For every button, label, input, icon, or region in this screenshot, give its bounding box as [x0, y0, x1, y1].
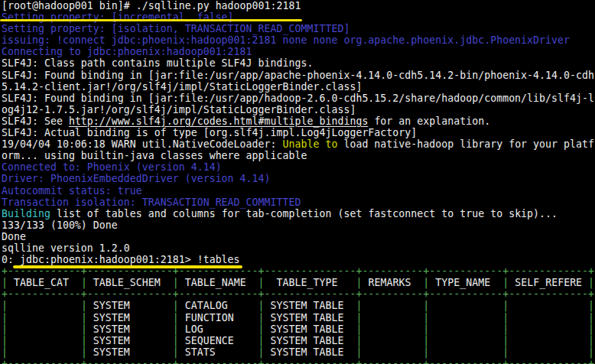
terminal-text-segment: |: [258, 323, 265, 335]
terminal-text-segment: Connecting to jdbc:phoenix:hadoop001:218…: [2, 46, 252, 57]
terminal-text-segment: |: [81, 335, 87, 346]
terminal-text-segment: |: [258, 300, 265, 311]
terminal-line: SLF4J: See http://www.slf4j.org/codes.ht…: [0, 115, 595, 127]
terminal-text-segment: TYPE_NAME: [429, 277, 502, 288]
terminal-text-segment: |: [588, 346, 594, 358]
terminal-screen[interactable]: [root@hadoop001 bin]# ./sqlline.py hadoo…: [0, 0, 595, 364]
terminal-line: Driver: PhoenixEmbeddedDriver (version 4…: [0, 173, 595, 184]
terminal-text-segment: SEQUENCE: [179, 335, 258, 346]
terminal-text-segment: SYSTEM TABLE: [265, 335, 356, 346]
terminal-line: SLF4J: Actual binding is of type [org.sl…: [0, 127, 595, 138]
terminal-text-segment: [509, 323, 588, 335]
terminal-text-segment: 133/133 (100%) Done: [2, 219, 118, 231]
terminal-line: issuing: !connect jdbc:phoenix:hadoop001…: [0, 34, 595, 46]
terminal-text-segment: [509, 335, 588, 346]
terminal-text-segment: |: [588, 323, 594, 335]
terminal-text-segment: |: [588, 335, 594, 346]
terminal-text-segment: [429, 346, 502, 358]
terminal-line: +------------+--------------+-----------…: [0, 358, 595, 364]
terminal-line: Autocommit status: true: [0, 185, 595, 197]
terminal-text-segment: |: [588, 277, 594, 288]
terminal-text-segment: [429, 335, 502, 346]
terminal-line: SLF4J: Found binding in [jar:file:/usr/a…: [0, 70, 595, 81]
terminal-text-segment: [8, 335, 81, 346]
terminal-line: | | SYSTEM | STATS | SYSTEM TABLE | | | …: [0, 346, 595, 358]
terminal-text-segment: [509, 346, 588, 358]
terminal-text-segment: [root@hadoop001 bin]# ./sqlline.py hadoo…: [2, 0, 301, 11]
terminal-text-segment: Connected to: Phoenix (version 4.14): [2, 161, 222, 173]
terminal-line: Connecting to jdbc:phoenix:hadoop001:218…: [0, 46, 595, 57]
terminal-line: Building list of tables and columns for …: [0, 208, 595, 219]
terminal-text-segment: [362, 346, 423, 358]
link-text[interactable]: http://www.slf4j.org/codes.html#multiple…: [69, 115, 369, 127]
terminal-text-segment: |: [2, 346, 8, 358]
terminal-text-segment: [8, 312, 81, 323]
terminal-text-segment: SYSTEM TABLE: [265, 323, 356, 335]
terminal-text-segment: |: [81, 300, 87, 311]
terminal-text-segment: |: [173, 312, 179, 323]
terminal-text-segment: TABLE_NAME: [179, 277, 258, 288]
terminal-text-segment: load native-hadoop library for your plat…: [337, 138, 594, 150]
terminal-text-segment: Setting property: [isolation, TRANSACTIO…: [2, 23, 350, 34]
terminal-text-segment: CATALOG: [179, 300, 258, 311]
terminal-text-segment: [362, 312, 423, 323]
terminal-text-segment: SYSTEM: [87, 335, 173, 346]
terminal-text-segment: SYSTEM TABLE: [265, 300, 356, 311]
terminal-text-segment: orm... using builtin-java classes where …: [2, 150, 307, 161]
terminal-text-segment: |: [173, 323, 179, 335]
terminal-line: Setting property: [isolation, TRANSACTIO…: [0, 23, 595, 34]
terminal-text-segment: [362, 300, 423, 311]
terminal-text-segment: |: [2, 277, 8, 288]
terminal-text-segment: Building: [2, 208, 50, 219]
terminal-line: | TABLE_CAT | TABLE_SCHEM | TABLE_NAME |…: [0, 277, 595, 288]
terminal-text-segment: list of tables and columns for tab-compl…: [50, 208, 558, 219]
terminal-line: [root@hadoop001 bin]# ./sqlline.py hadoo…: [0, 0, 595, 11]
terminal-text-segment: |: [258, 312, 265, 323]
terminal-text-segment: SYSTEM: [87, 300, 173, 311]
terminal-text-segment: |: [2, 312, 8, 323]
terminal-text-segment: REMARKS: [362, 277, 423, 288]
tables-command-highlight-underline: [13, 265, 242, 268]
terminal-line: SLF4J: Class path contains multiple SLF4…: [0, 57, 595, 69]
terminal-text-segment: [429, 323, 502, 335]
terminal-text-segment: SLF4J: Found binding in [jar:file:/usr/a…: [2, 93, 594, 104]
terminal-text-segment: for an explanation.: [368, 115, 490, 127]
terminal-text-segment: |: [258, 277, 265, 288]
terminal-line: Done: [0, 231, 595, 242]
terminal-output: [root@hadoop001 bin]# ./sqlline.py hadoo…: [0, 0, 595, 364]
terminal-line: 0: jdbc:phoenix:hadoop001:2181> !tables: [0, 254, 595, 265]
terminal-text-segment: [429, 300, 502, 311]
terminal-text-segment: [362, 323, 423, 335]
terminal-text-segment: 5.14.2-client.jar!/org/slf4j/impl/Static…: [2, 81, 362, 93]
terminal-text-segment: FUNCTION: [179, 312, 258, 323]
terminal-line: 5.14.2-client.jar!/org/slf4j/impl/Static…: [0, 81, 595, 93]
terminal-line: | | SYSTEM | FUNCTION | SYSTEM TABLE | |…: [0, 312, 595, 323]
terminal-text-segment: |: [588, 300, 594, 311]
terminal-line: sqlline version 1.2.0: [0, 242, 595, 254]
terminal-line: Connected to: Phoenix (version 4.14): [0, 161, 595, 173]
terminal-text-segment: Transaction isolation: TRANSACTION_READ_…: [2, 197, 301, 208]
terminal-text-segment: |: [173, 346, 179, 358]
terminal-text-segment: STATS: [179, 346, 258, 358]
terminal-text-segment: [8, 323, 81, 335]
terminal-text-segment: TABLE_SCHEM: [87, 277, 173, 288]
terminal-text-segment: SLF4J: Class path contains multiple SLF4…: [2, 57, 313, 69]
terminal-text-segment: |: [2, 335, 8, 346]
terminal-text-segment: +------------+--------------+-----------…: [2, 288, 594, 300]
terminal-text-segment: +------------+--------------+-----------…: [2, 358, 594, 364]
terminal-text-segment: |: [588, 312, 594, 323]
terminal-line: +------------+--------------+-----------…: [0, 288, 595, 300]
terminal-line: og4j12-1.7.5.jar!/org/slf4j/impl/StaticL…: [0, 104, 595, 115]
terminal-text-segment: [509, 300, 588, 311]
terminal-text-segment: TABLE_CAT: [8, 277, 81, 288]
terminal-text-segment: [509, 312, 588, 323]
terminal-text-segment: |: [81, 277, 87, 288]
terminal-text-segment: SLF4J: See: [2, 115, 69, 127]
terminal-text-segment: |: [81, 346, 87, 358]
terminal-text-segment: SLF4J: Actual binding is of type [org.sl…: [2, 127, 417, 138]
terminal-text-segment: SYSTEM: [87, 312, 173, 323]
terminal-text-segment: issuing: !connect jdbc:phoenix:hadoop001…: [2, 34, 570, 46]
terminal-text-segment: |: [2, 323, 8, 335]
terminal-text-segment: |: [258, 346, 265, 358]
terminal-text-segment: LOG: [179, 323, 258, 335]
